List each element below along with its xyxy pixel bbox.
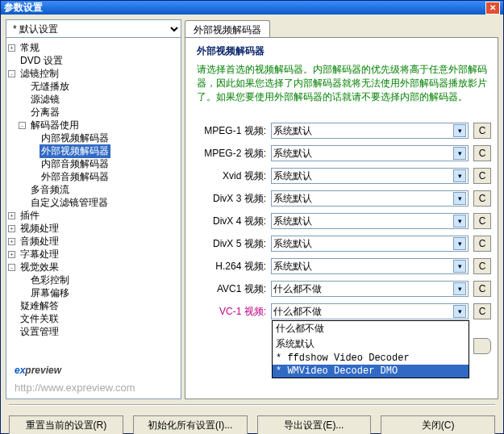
decoder-row: DivX 4 视频:系统默认▾C	[197, 213, 491, 229]
close-icon[interactable]: ✕	[485, 2, 500, 15]
tree-item-label: 无缝播放	[29, 80, 71, 94]
logo-url: http://www.expreview.com	[15, 382, 173, 394]
decoder-select[interactable]: 什么都不做▾	[271, 303, 469, 319]
tree-item[interactable]: 色彩控制	[8, 273, 179, 286]
extra-button[interactable]	[473, 338, 491, 354]
chevron-down-icon[interactable]: ▾	[453, 282, 466, 295]
row-label: H.264 视频:	[197, 260, 266, 273]
tree-item-label: 插件	[19, 209, 41, 223]
chevron-down-icon[interactable]: ▾	[453, 260, 466, 273]
tree-item[interactable]: +字幕处理	[8, 248, 179, 261]
panel-title: 外部视频解码器	[197, 44, 491, 58]
row-label: DivX 4 视频:	[197, 215, 266, 228]
decoder-row: H.264 视频:系统默认▾C	[197, 258, 491, 274]
decoder-row: VC-1 视频:什么都不做▾C	[197, 303, 491, 319]
dropdown-item[interactable]: 系统默认	[273, 336, 469, 352]
row-label: DivX 3 视频:	[197, 192, 266, 206]
decoder-select[interactable]: 系统默认▾	[271, 145, 469, 161]
select-value: 系统默认	[273, 237, 312, 251]
tree-item-label: 常规	[19, 41, 41, 55]
logo: expreview http://www.expreview.com	[6, 341, 181, 399]
tree-item[interactable]: -视觉效果	[8, 261, 179, 273]
export-button[interactable]: 导出设置(E)...	[257, 415, 372, 434]
tree-item[interactable]: DVD 设置	[8, 54, 179, 67]
tree-item[interactable]: +音频处理	[8, 235, 179, 248]
tree-item-label: 多音频流	[29, 183, 71, 197]
tree-item[interactable]: 多音频流	[8, 183, 179, 196]
decoder-select[interactable]: 系统默认▾	[271, 168, 469, 184]
tree-item[interactable]: +插件	[8, 209, 179, 222]
tree-item-label: 字幕处理	[19, 248, 60, 261]
tree-item[interactable]: 屏幕偏移	[8, 286, 179, 299]
tree-item[interactable]: 源滤镜	[8, 93, 179, 106]
tree-item[interactable]: 内部音频解码器	[8, 157, 179, 170]
chevron-down-icon[interactable]: ▾	[453, 192, 466, 205]
tree-item-label: 滤镜控制	[19, 67, 60, 81]
tree-item[interactable]: 分离器	[8, 106, 179, 119]
tree-item[interactable]: 内部视频解码器	[8, 131, 179, 144]
decoder-select[interactable]: 系统默认▾	[271, 123, 469, 139]
configure-button[interactable]: C	[473, 168, 491, 184]
chevron-down-icon[interactable]: ▾	[453, 305, 466, 318]
configure-button[interactable]: C	[473, 123, 491, 139]
tree-item-label: 源滤镜	[29, 93, 61, 106]
configure-button[interactable]: C	[473, 258, 491, 274]
select-value: 什么都不做	[273, 282, 322, 296]
decoder-row: DivX 5 视频:系统默认▾C	[197, 236, 491, 252]
settings-tree[interactable]: +常规DVD 设置-滤镜控制无缝播放源滤镜分离器-解码器使用内部视频解码器外部视…	[6, 38, 181, 341]
tree-item[interactable]: 疑难解答	[8, 299, 179, 312]
tab-external-video-decoder[interactable]: 外部视频解码器	[185, 20, 270, 38]
chevron-down-icon[interactable]: ▾	[453, 147, 466, 160]
tree-item-label: 分离器	[29, 106, 61, 119]
select-value: 系统默认	[273, 124, 312, 138]
chevron-down-icon[interactable]: ▾	[453, 169, 466, 182]
tree-item[interactable]: 无缝播放	[8, 80, 179, 93]
select-value: 系统默认	[273, 192, 312, 206]
decoder-select[interactable]: 系统默认▾	[271, 213, 469, 229]
configure-button[interactable]: C	[473, 190, 491, 207]
decoder-select[interactable]: 系统默认▾	[271, 190, 469, 207]
decoder-row: MPEG-1 视频:系统默认▾C	[197, 123, 491, 139]
reset-button[interactable]: 重置当前的设置(R)	[9, 415, 123, 434]
tree-item[interactable]: 设置管理	[8, 325, 179, 338]
chevron-down-icon[interactable]: ▾	[453, 124, 466, 137]
dropdown-item[interactable]: 什么都不做	[273, 321, 469, 336]
configure-button[interactable]: C	[473, 281, 491, 297]
tree-item-label: DVD 设置	[19, 54, 65, 68]
panel-description: 请选择首选的视频解码器。内部解码器的优先级将高于任意外部解码器，因此如果您选择了…	[197, 63, 491, 103]
dropdown-item[interactable]: * WMVideo Decoder DMO	[273, 365, 469, 378]
tree-item[interactable]: 外部视频解码器	[8, 144, 179, 157]
select-value: 系统默认	[273, 260, 312, 273]
dropdown-item[interactable]: * ffdshow Video Decoder	[273, 352, 469, 365]
decoder-row: DivX 3 视频:系统默认▾C	[197, 190, 491, 207]
init-button[interactable]: 初始化所有设置(I)...	[133, 415, 248, 434]
tree-item-label: 外部音频解码器	[40, 170, 110, 184]
configure-button[interactable]: C	[473, 236, 491, 252]
row-label: AVC1 视频:	[197, 282, 266, 296]
tree-item[interactable]: 自定义滤镜管理器	[8, 196, 179, 209]
decoder-select[interactable]: 系统默认▾	[271, 258, 469, 274]
tree-item[interactable]: +常规	[8, 41, 179, 54]
configure-button[interactable]: C	[473, 213, 491, 229]
configure-button[interactable]: C	[473, 145, 491, 161]
configure-button[interactable]: C	[473, 303, 491, 319]
decoder-row: MPEG-2 视频:系统默认▾C	[197, 145, 491, 161]
tree-item-label: 色彩控制	[29, 273, 71, 287]
row-label: Xvid 视频:	[197, 169, 266, 183]
preset-select[interactable]: * 默认设置	[6, 20, 181, 38]
tree-item[interactable]: -解码器使用	[8, 119, 179, 131]
row-label: MPEG-2 视频:	[197, 147, 266, 161]
chevron-down-icon[interactable]: ▾	[453, 215, 466, 227]
decoder-select[interactable]: 系统默认▾	[271, 236, 469, 252]
decoder-select[interactable]: 什么都不做▾	[271, 281, 469, 297]
tree-item[interactable]: 文件关联	[8, 312, 179, 325]
tree-item[interactable]: +视频处理	[8, 222, 179, 235]
tree-item-label: 内部音频解码器	[40, 157, 110, 171]
tree-item[interactable]: 外部音频解码器	[8, 170, 179, 183]
tree-item[interactable]: -滤镜控制	[8, 67, 179, 80]
dropdown-list[interactable]: 什么都不做系统默认* ffdshow Video Decoder* WMVide…	[272, 320, 469, 378]
row-label: DivX 5 视频:	[197, 237, 266, 251]
tree-item-label: 视觉效果	[19, 261, 60, 274]
chevron-down-icon[interactable]: ▾	[453, 237, 466, 250]
close-button[interactable]: 关闭(C)	[381, 415, 495, 434]
